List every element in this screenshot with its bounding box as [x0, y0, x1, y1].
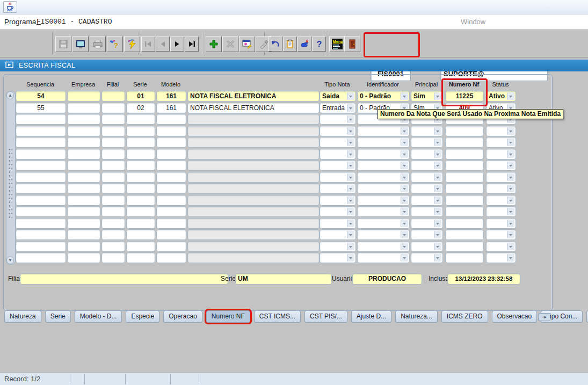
cell-tipo-nota[interactable] [320, 206, 356, 217]
cell-serie[interactable] [126, 229, 155, 240]
cell-filial[interactable] [101, 103, 125, 113]
cell-serie[interactable] [126, 218, 155, 229]
cell-numero-nf[interactable] [445, 149, 484, 159]
cell-serie[interactable] [126, 252, 155, 263]
preview-button[interactable] [72, 36, 89, 52]
cell-descricao[interactable] [187, 218, 320, 229]
cell-status[interactable] [486, 160, 516, 171]
cell-status[interactable] [486, 126, 516, 136]
save-button[interactable] [55, 36, 71, 52]
tab-cst-pis[interactable]: CST PIS/... [304, 310, 347, 323]
cell-sequencia[interactable] [16, 114, 66, 125]
menu-window[interactable]: Window [461, 14, 485, 30]
tab-scroll-button[interactable]: ◂▸ [538, 313, 550, 321]
cell-empresa[interactable] [67, 252, 100, 263]
cell-empresa[interactable] [67, 126, 100, 136]
cell-identificador[interactable] [357, 229, 410, 240]
cell-sequencia[interactable] [16, 252, 66, 263]
usuario-field[interactable]: PRODUCAO [352, 273, 422, 285]
cell-serie[interactable]: 02 [126, 103, 155, 113]
cell-identificador[interactable] [357, 172, 410, 183]
serie-field[interactable]: UM [235, 273, 332, 285]
cell-empresa[interactable] [67, 218, 100, 229]
cell-sequencia[interactable]: 55 [16, 103, 66, 113]
confirm-button[interactable] [297, 37, 311, 52]
cell-numero-nf[interactable] [445, 137, 484, 148]
cell-status[interactable] [486, 195, 516, 206]
cell-serie[interactable] [126, 149, 155, 159]
cell-status[interactable] [486, 206, 516, 217]
cell-filial[interactable] [101, 183, 125, 194]
help-button[interactable]: ? [312, 37, 326, 52]
cell-sequencia[interactable] [16, 126, 66, 136]
cell-identificador[interactable] [357, 206, 410, 217]
cell-numero-nf[interactable] [445, 126, 484, 136]
cell-tipo-nota[interactable] [320, 218, 356, 229]
undo-button[interactable] [268, 37, 282, 52]
cell-principal[interactable] [411, 160, 443, 171]
cell-serie[interactable] [126, 126, 155, 136]
tab-numero-nf[interactable]: Numero NF [206, 310, 250, 323]
cell-filial[interactable] [101, 206, 125, 217]
cell-serie[interactable] [126, 206, 155, 217]
cell-principal[interactable] [411, 218, 443, 229]
next-record-button[interactable] [170, 37, 184, 52]
insert-record-button[interactable] [206, 36, 222, 52]
cell-principal[interactable] [411, 229, 443, 240]
cell-sequencia[interactable] [16, 149, 66, 159]
cell-filial[interactable] [101, 195, 125, 206]
cell-identificador[interactable] [357, 252, 410, 263]
tab-cst-icms[interactable]: CST ICMS... [254, 310, 301, 323]
java-icon-button[interactable] [3, 1, 17, 13]
cell-filial[interactable] [101, 172, 125, 183]
cell-identificador[interactable] [357, 137, 410, 148]
tab-operacao[interactable]: Operacao [163, 310, 202, 323]
cell-descricao[interactable] [187, 252, 320, 263]
cell-filial[interactable] [101, 252, 125, 263]
cell-status[interactable] [486, 241, 516, 252]
cell-descricao[interactable] [187, 114, 320, 125]
cell-principal[interactable] [411, 137, 443, 148]
cell-sequencia[interactable] [16, 241, 66, 252]
cell-numero-nf[interactable] [445, 241, 484, 252]
cell-empresa[interactable] [67, 229, 100, 240]
tab-modelo-d[interactable]: Modelo - D... [75, 310, 122, 323]
tab-serie[interactable]: Serie [45, 310, 71, 323]
cell-tipo-nota[interactable] [320, 149, 356, 159]
tab-observacao[interactable]: Observacao [492, 310, 538, 323]
cell-principal[interactable]: Sim [411, 91, 443, 101]
cell-sequencia[interactable] [16, 160, 66, 171]
cell-modelo[interactable]: 161 [156, 103, 186, 113]
cell-descricao[interactable]: NOTA FISCAL ELETRONICA [187, 103, 320, 113]
print-button[interactable] [90, 36, 106, 52]
cell-modelo[interactable] [156, 183, 186, 194]
cell-tipo-nota[interactable] [320, 114, 356, 125]
cell-principal[interactable] [411, 241, 443, 252]
cell-descricao[interactable] [187, 172, 320, 183]
cell-modelo[interactable] [156, 229, 186, 240]
cell-sequencia[interactable] [16, 229, 66, 240]
cell-modelo[interactable] [156, 218, 186, 229]
cell-status[interactable] [486, 149, 516, 159]
menu-programa[interactable]: Programa [4, 14, 36, 30]
cell-principal[interactable] [411, 183, 443, 194]
cell-descricao[interactable] [187, 149, 320, 159]
cell-serie[interactable] [126, 137, 155, 148]
cell-status[interactable] [486, 229, 516, 240]
cell-status[interactable] [486, 137, 516, 148]
cell-sequencia[interactable] [16, 137, 66, 148]
menu-program-name[interactable]: FIS0001 - CADASTRO [37, 14, 112, 30]
menu-button[interactable]: Menu [329, 36, 345, 52]
cell-serie[interactable]: 01 [126, 91, 155, 101]
scroll-up-button[interactable]: ▲ [6, 91, 14, 99]
cell-principal[interactable] [411, 252, 443, 263]
cell-serie[interactable] [126, 114, 155, 125]
cell-modelo[interactable] [156, 126, 186, 136]
cell-modelo[interactable]: 161 [156, 91, 186, 101]
cell-descricao[interactable] [187, 195, 320, 206]
cell-serie[interactable] [126, 172, 155, 183]
cell-principal[interactable] [411, 172, 443, 183]
cell-numero-nf[interactable] [445, 218, 484, 229]
cell-numero-nf[interactable] [445, 252, 484, 263]
execute-button[interactable] [124, 36, 140, 52]
